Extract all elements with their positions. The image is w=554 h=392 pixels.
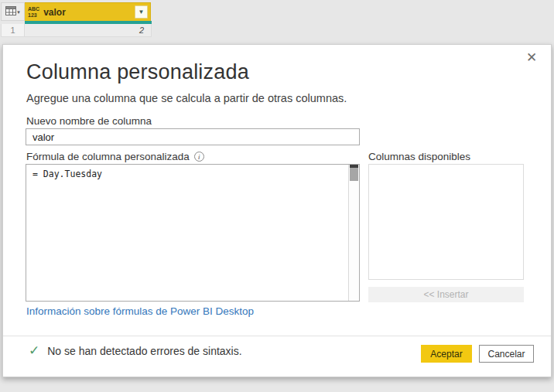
row-number-cell[interactable]: 1 — [1, 24, 25, 37]
corner-caret-icon: ▾ — [17, 9, 20, 15]
syntax-status: ✓ No se han detectado errores de sintaxi… — [29, 344, 242, 357]
custom-column-dialog: ✕ Columna personalizada Agregue una colu… — [2, 44, 552, 377]
column-name: valor — [43, 7, 135, 18]
new-column-name-label: Nuevo nombre de columna — [26, 115, 152, 127]
formula-label-text: Fórmula de columna personalizada — [26, 151, 190, 162]
checkmark-icon: ✓ — [29, 344, 39, 357]
formula-label: Fórmula de columna personalizada i — [26, 151, 204, 162]
formula-text[interactable]: = Day.Tuesday — [32, 169, 345, 179]
new-column-name-input[interactable] — [26, 128, 360, 145]
formula-editor[interactable]: = Day.Tuesday — [26, 164, 360, 302]
column-header-valor[interactable]: ABC 123 valor ▼ — [25, 2, 151, 21]
table-row: 1 2 — [1, 24, 152, 37]
available-columns-list[interactable] — [368, 164, 524, 280]
dialog-title: Columna personalizada — [26, 60, 249, 84]
filter-caret-icon: ▼ — [138, 9, 145, 15]
formula-help-link[interactable]: Información sobre fórmulas de Power BI D… — [26, 305, 254, 317]
close-icon[interactable]: ✕ — [523, 49, 540, 66]
query-preview-table: ▾ ABC 123 valor ▼ 1 2 — [1, 2, 152, 37]
data-type-any-icon[interactable]: ABC 123 — [28, 6, 39, 18]
scrollbar-thumb[interactable] — [350, 165, 358, 181]
dialog-subtitle: Agregue una columna que se calcula a par… — [26, 92, 347, 104]
column-filter-button[interactable]: ▼ — [135, 5, 148, 19]
syntax-status-text: No se han detectado errores de sintaxis. — [47, 345, 241, 357]
accept-button[interactable]: Aceptar — [421, 345, 472, 363]
info-icon[interactable]: i — [194, 152, 204, 162]
available-columns-label: Columnas disponibles — [368, 151, 470, 162]
row-value-cell[interactable]: 2 — [25, 24, 152, 37]
type-icon-123: 123 — [28, 12, 39, 18]
insert-button[interactable]: << Insertar — [368, 287, 524, 302]
formula-scrollbar[interactable] — [348, 165, 359, 301]
table-select-all-button[interactable]: ▾ — [1, 2, 25, 21]
type-icon-abc: ABC — [28, 6, 39, 12]
cancel-button[interactable]: Cancelar — [479, 345, 534, 363]
footer-divider — [3, 336, 551, 336]
table-grid-icon — [5, 5, 16, 19]
